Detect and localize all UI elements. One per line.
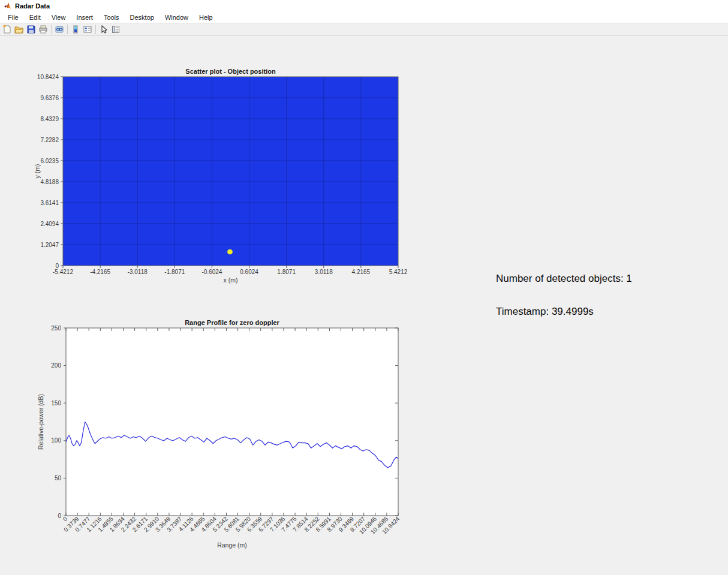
menu-item-insert[interactable]: Insert [71,13,98,22]
menu-item-view[interactable]: View [46,13,71,22]
insert-legend-button[interactable] [82,23,94,35]
open-file-button[interactable] [13,23,25,35]
y-tick-label: 1.2047 [40,242,59,248]
link-plot-icon [55,25,64,34]
print-figure-icon [38,25,48,34]
y-tick-label: 200 [51,362,61,369]
y-tick-label: 10.8424 [37,74,59,80]
scatter-xlabel: x (m) [224,276,238,284]
x-tick-label: 3.0118 [315,269,333,275]
y-tick-label: 7.2282 [40,137,59,143]
menu-item-tools[interactable]: Tools [98,13,125,22]
y-tick-label: 3.6141 [40,200,59,206]
timestamp-text: Timestamp: 39.4999s [496,306,594,318]
plots-svg: -5.4212-4.2165-3.0118-1.8071-0.60240.602… [0,0,728,575]
window-title: Radar Data [15,2,50,10]
y-tick-label: 4.8188 [40,179,59,185]
scatter-plot: -5.4212-4.2165-3.0118-1.8071-0.60240.602… [34,68,408,284]
x-tick-label: 0.6024 [240,269,258,275]
scatter-plot-title: Scatter plot - Object position [185,68,276,75]
x-tick-label: 4.2165 [352,269,371,275]
range-ylabel: Relative-power (dB) [37,394,44,450]
range-plot-title: Range Profile for zero doppler [185,319,279,326]
save-figure-icon [26,25,36,34]
y-tick-label: 0 [55,263,59,269]
scatter-ylabel: y (m) [34,164,41,179]
menu-item-edit[interactable]: Edit [24,13,46,22]
title-bar: Radar Data [0,0,728,11]
toolbar [0,23,728,36]
edit-plot-icon [99,25,109,34]
scatter-plot-background [63,77,398,266]
menu-bar: FileEditViewInsertToolsDesktopWindowHelp [0,11,728,23]
x-tick-label: -1.8071 [164,269,185,275]
matlab-logo-icon [4,2,11,10]
menu-item-help[interactable]: Help [194,13,218,22]
x-tick-label: 1.8071 [277,269,296,275]
x-tick-label: 5.4212 [389,269,408,275]
link-plot-button[interactable] [53,23,65,35]
y-tick-label: 150 [51,400,61,407]
y-tick-label: 6.0235 [40,158,59,164]
menu-item-window[interactable]: Window [160,13,194,22]
range-plot-background [66,328,398,516]
matlab-figure-window: -5.4212-4.2165-3.0118-1.8071-0.60240.602… [0,0,728,575]
range-xlabel: Range (m) [217,541,247,549]
y-tick-label: 100 [51,437,61,444]
y-tick-label: 0 [58,513,61,519]
menu-item-desktop[interactable]: Desktop [125,13,160,22]
x-tick-label: -3.0118 [128,269,148,275]
toolbar-separator [51,25,52,34]
figure-canvas: -5.4212-4.2165-3.0118-1.8071-0.60240.602… [0,0,728,575]
x-tick-label: -5.4212 [53,269,73,275]
y-tick-label: 8.4329 [40,116,59,122]
insert-colorbar-button[interactable] [70,23,82,35]
detected-object-marker [227,249,232,254]
menu-item-file[interactable]: File [2,13,24,22]
x-tick-label: -0.6024 [201,269,222,275]
edit-plot-button[interactable] [98,23,110,35]
print-figure-button[interactable] [37,23,49,35]
save-figure-button[interactable] [25,23,37,35]
x-tick-label: 0 [62,515,69,522]
y-tick-label: 50 [55,475,62,481]
detected-objects-text: Number of detected objects: 1 [496,273,632,285]
property-inspector-icon [111,25,121,34]
y-tick-label: 9.6376 [40,95,59,101]
x-tick-label: -4.2165 [90,269,110,275]
y-tick-label: 250 [51,325,61,332]
y-tick-label: 2.4094 [40,221,59,227]
range-profile-plot: 00.37390.74771.12161.49551.86942.24322.6… [37,319,401,549]
new-figure-icon [2,25,12,34]
open-file-icon [14,25,24,34]
toolbar-separator [95,25,96,34]
insert-colorbar-icon [71,25,80,34]
toolbar-separator [67,25,68,34]
property-inspector-button[interactable] [110,23,122,35]
insert-legend-icon [83,25,92,34]
new-figure-button[interactable] [1,23,13,35]
